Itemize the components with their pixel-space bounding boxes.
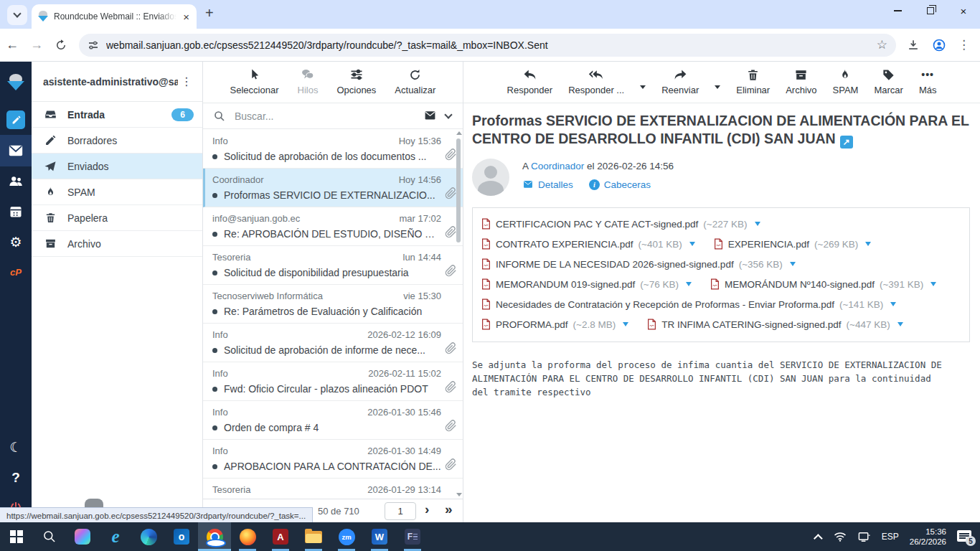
attachment-chip[interactable]: CONTRATO EXPERIENCIA.pdf (~401 KB): [481, 234, 695, 254]
mail-nav-icon[interactable]: [0, 135, 32, 166]
search-options-caret[interactable]: [444, 110, 452, 118]
attachment-chip[interactable]: CERTIFICACION PAC Y CATE ACT-signed.pdf …: [481, 214, 760, 234]
sidebar-item-enviados[interactable]: Enviados: [32, 154, 202, 179]
attachment-chip[interactable]: MEMORÁNDUM Nº140-signed.pdf (~391 KB): [710, 274, 936, 294]
language-indicator[interactable]: ESP: [882, 532, 899, 542]
scrollbar-thumb[interactable]: [456, 138, 461, 242]
dark-mode-icon[interactable]: ☾: [0, 432, 32, 462]
attachment-menu-caret[interactable]: [930, 282, 936, 286]
site-info-icon[interactable]: [88, 39, 99, 51]
attachment-menu-caret[interactable]: [890, 302, 896, 306]
search-input[interactable]: [233, 110, 416, 123]
sidebar-item-papelera[interactable]: Papelera: [32, 205, 202, 231]
profile-icon[interactable]: [932, 38, 946, 52]
calendar-nav-icon[interactable]: [0, 197, 32, 227]
tab-close-icon[interactable]: ×: [182, 10, 191, 24]
wireless-display-icon[interactable]: [857, 532, 871, 542]
internet-explorer-icon[interactable]: e: [99, 522, 132, 551]
browser-menu-icon[interactable]: ⋮: [958, 37, 970, 52]
browser-tab[interactable]: Roundcube Webmail :: Enviados ×: [32, 4, 197, 29]
minimize-button[interactable]: [881, 0, 914, 22]
copilot-icon[interactable]: [66, 522, 99, 551]
scroll-up-arrow[interactable]: [456, 131, 462, 135]
compose-button[interactable]: [0, 105, 32, 135]
search-scope-icon[interactable]: [423, 110, 437, 121]
account-menu-icon[interactable]: ⋮: [178, 75, 195, 88]
reply-all-button[interactable]: Responder ...: [568, 67, 624, 95]
firefox-icon[interactable]: [231, 522, 264, 551]
tab-search-button[interactable]: [7, 5, 27, 25]
taskbar-clock[interactable]: 15:36 26/2/2026: [910, 527, 946, 547]
details-toggle[interactable]: Detalles: [522, 179, 573, 190]
message-list-row[interactable]: Info Hoy 15:36 Solicitud de aprobación d…: [203, 130, 463, 169]
threads-button[interactable]: Hilos: [298, 67, 319, 95]
downloads-icon[interactable]: [906, 38, 920, 52]
new-tab-button[interactable]: +: [205, 5, 214, 22]
select-button[interactable]: Seleccionar: [230, 67, 279, 95]
contacts-nav-icon[interactable]: [0, 166, 32, 197]
cpanel-icon[interactable]: cP: [0, 257, 32, 287]
file-explorer-icon[interactable]: [297, 522, 330, 551]
last-page-button[interactable]: »: [445, 501, 451, 517]
message-list-row[interactable]: info@sanjuan.gob.ec mar 17:02 Re: APROBA…: [203, 207, 463, 246]
word-icon[interactable]: W: [363, 522, 396, 551]
sidebar-item-entrada[interactable]: Entrada 6: [32, 102, 202, 128]
acrobat-icon[interactable]: A: [264, 522, 297, 551]
spam-button[interactable]: SPAM: [833, 67, 859, 95]
forward-button-mail[interactable]: Reenviar: [661, 67, 699, 95]
forward-button[interactable]: →: [24, 37, 49, 52]
tray-chevron-icon[interactable]: [814, 534, 823, 543]
attachment-menu-caret[interactable]: [865, 242, 871, 246]
message-list-row[interactable]: Info 2026-02-12 16:09 Solicitud de aprob…: [203, 324, 463, 362]
external-link-icon[interactable]: ↗: [840, 136, 853, 149]
settings-nav-icon[interactable]: ⚙: [0, 227, 32, 257]
refresh-button[interactable]: Actualizar: [395, 67, 435, 95]
attachment-menu-caret[interactable]: [623, 322, 628, 326]
forward-caret[interactable]: [715, 85, 720, 89]
scroll-down-arrow[interactable]: [456, 493, 462, 496]
attachment-chip[interactable]: MEMORANDUM 019-signed.pdf (~76 KB): [481, 274, 692, 294]
address-bar[interactable]: webmail.sanjuan.gob.ec/cpsess5212449520/…: [79, 34, 896, 57]
archive-button[interactable]: Archivo: [786, 67, 816, 95]
message-list-row[interactable]: Info 2026-01-30 15:46 Orden de compra # …: [203, 401, 463, 440]
bookmark-star-icon[interactable]: ☆: [877, 37, 887, 52]
start-button[interactable]: [0, 522, 33, 551]
outlook-icon[interactable]: o: [165, 522, 198, 551]
attachment-menu-caret[interactable]: [790, 262, 796, 266]
attachment-menu-caret[interactable]: [897, 322, 903, 326]
message-list-row[interactable]: Coordinador Hoy 14:56 Proformas SERVICIO…: [203, 169, 463, 207]
sidebar-item-borradores[interactable]: Borradores: [32, 128, 202, 154]
recipient-link[interactable]: Coordinador: [531, 161, 584, 171]
taskbar-search-button[interactable]: [33, 522, 66, 551]
zoom-icon[interactable]: zm: [330, 522, 363, 551]
message-list-row[interactable]: Info 2026-01-30 14:49 APROBACION PARA LA…: [203, 440, 463, 479]
attachment-chip[interactable]: EXPERIENCIA.pdf (~269 KB): [714, 234, 871, 254]
headers-toggle[interactable]: i Cabeceras: [589, 179, 651, 190]
fortinet-app-icon[interactable]: F: [396, 522, 429, 551]
edge-icon[interactable]: [132, 522, 165, 551]
mark-button[interactable]: Marcar: [874, 67, 903, 95]
message-list-row[interactable]: Tecnoserviweb Informática vie 15:30 Re: …: [203, 285, 463, 324]
message-list-row[interactable]: Info 2026-02-11 15:02 Fwd: Oficio Circul…: [203, 362, 463, 401]
attachment-menu-caret[interactable]: [689, 242, 695, 246]
close-window-button[interactable]: ×: [947, 0, 980, 22]
message-list-row[interactable]: Tesoreria lun 14:44 Solicitud de disponi…: [203, 246, 463, 285]
delete-button[interactable]: Eliminar: [736, 67, 770, 95]
sidebar-item-archivo[interactable]: Archivo: [32, 231, 202, 257]
options-button[interactable]: Opciones: [336, 67, 376, 95]
next-page-button[interactable]: ›: [425, 501, 429, 517]
attachment-chip[interactable]: Necesidades de Contratación y Recepción …: [481, 294, 896, 314]
wifi-icon[interactable]: [834, 532, 847, 542]
sidebar-item-spam[interactable]: SPAM: [32, 179, 202, 205]
attachment-chip[interactable]: PROFORMA.pdf (~2.8 MB): [481, 314, 628, 334]
reply-button[interactable]: Responder: [507, 67, 553, 95]
notifications-icon[interactable]: 5: [957, 530, 973, 543]
back-button[interactable]: ←: [0, 37, 24, 52]
restore-button[interactable]: [914, 0, 947, 22]
attachment-chip[interactable]: TR INFIMA CATERING-signed-signed.pdf (~4…: [647, 314, 903, 334]
message-list-row[interactable]: Tesoreria 2026-01-29 13:14: [203, 479, 463, 499]
chrome-icon[interactable]: [198, 522, 231, 551]
help-icon[interactable]: ?: [0, 462, 32, 492]
attachment-menu-caret[interactable]: [755, 222, 760, 226]
attachment-menu-caret[interactable]: [686, 282, 692, 286]
